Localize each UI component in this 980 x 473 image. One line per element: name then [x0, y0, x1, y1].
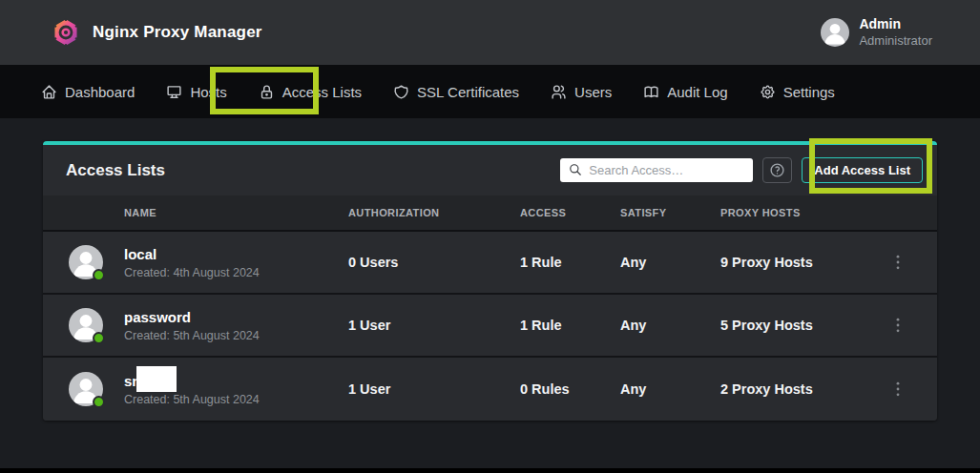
nav-item-audit-log[interactable]: Audit Log [643, 84, 727, 100]
nav-label: Hosts [190, 84, 226, 100]
nav-item-users[interactable]: Users [551, 84, 612, 100]
authorization-value: 0 Users [348, 255, 520, 270]
row-actions-kebab-icon[interactable] [888, 315, 907, 336]
access-value: 1 Rule [520, 255, 620, 270]
home-icon [41, 84, 57, 100]
nav-label: Access Lists [282, 84, 362, 100]
authorization-value: 1 User [348, 381, 520, 397]
shield-icon [393, 84, 409, 100]
proxy-hosts-value: 2 Proxy Hosts [720, 381, 859, 397]
app-window: Nginx Proxy Manager Admin Administrator … [0, 0, 980, 473]
user-name: Admin [859, 16, 932, 33]
main-navigation: Dashboard Hosts Access Lists SSL Certifi… [0, 65, 980, 118]
user-menu[interactable]: Admin Administrator [821, 16, 932, 49]
search-icon [569, 163, 582, 176]
avatar [69, 308, 103, 342]
nav-label: Users [574, 84, 612, 100]
column-header-name: NAME [124, 207, 348, 218]
satisfy-value: Any [620, 255, 720, 270]
nginx-proxy-manager-logo-icon [52, 18, 79, 47]
nav-item-hosts[interactable]: Hosts [166, 84, 226, 100]
nav-label: SSL Certificates [417, 84, 519, 100]
access-value: 1 Rule [520, 318, 620, 333]
satisfy-value: Any [620, 381, 720, 397]
proxy-hosts-value: 9 Proxy Hosts [720, 255, 859, 270]
row-actions-kebab-icon[interactable] [888, 379, 907, 400]
nav-item-access-lists[interactable]: Access Lists [259, 84, 362, 100]
authorization-value: 1 User [348, 318, 520, 333]
panel-header: Access Lists Add Access List [43, 145, 937, 195]
nav-label: Dashboard [65, 84, 135, 100]
lock-icon [259, 84, 275, 100]
users-icon [551, 84, 567, 100]
user-avatar [821, 18, 849, 47]
access-value: 0 Rules [520, 381, 620, 397]
access-lists-panel: Access Lists Add Access List NAME [43, 141, 937, 421]
avatar [69, 245, 103, 279]
access-list-name: local [124, 246, 156, 263]
nav-label: Settings [783, 84, 835, 100]
column-header-proxy-hosts: PROXY HOSTS [720, 207, 859, 218]
status-online-dot [93, 396, 105, 408]
created-date: Created: 5th August 2024 [124, 393, 348, 406]
gear-icon [760, 84, 776, 100]
column-header-satisfy: SATISFY [620, 207, 720, 218]
nav-label: Audit Log [667, 84, 727, 100]
nav-item-dashboard[interactable]: Dashboard [41, 84, 135, 100]
created-date: Created: 4th August 2024 [124, 266, 348, 279]
avatar [69, 372, 103, 406]
search-input[interactable] [560, 158, 753, 182]
access-list-name: password [124, 309, 191, 326]
book-icon [643, 84, 659, 100]
column-header-authorization: AUTHORIZATION [348, 207, 520, 218]
help-circle-icon [769, 162, 785, 178]
user-role: Administrator [859, 33, 932, 49]
created-date: Created: 5th August 2024 [124, 329, 348, 342]
app-title: Nginx Proxy Manager [93, 23, 262, 42]
monitor-icon [166, 84, 182, 100]
proxy-hosts-value: 5 Proxy Hosts [720, 318, 859, 333]
top-header-bar: Nginx Proxy Manager Admin Administrator [0, 0, 980, 65]
help-button[interactable] [762, 157, 792, 183]
search-box [560, 158, 753, 182]
add-access-list-button[interactable]: Add Access List [802, 157, 923, 183]
table-row: sn Created: 5th August 2024 1 User 0 Rul… [43, 358, 937, 421]
status-online-dot [93, 269, 105, 281]
nav-item-settings[interactable]: Settings [760, 84, 835, 100]
table-row: password Created: 5th August 2024 1 User… [43, 295, 937, 358]
redaction-box [136, 366, 177, 392]
status-online-dot [93, 332, 105, 344]
column-header-access: ACCESS [520, 207, 620, 218]
row-actions-kebab-icon[interactable] [888, 252, 907, 273]
nav-item-ssl-certificates[interactable]: SSL Certificates [393, 84, 519, 100]
bottom-edge [0, 468, 980, 473]
page-title: Access Lists [66, 161, 165, 180]
table-row: local Created: 4th August 2024 0 Users 1… [43, 232, 937, 295]
table-header-row: NAME AUTHORIZATION ACCESS SATISFY PROXY … [43, 195, 937, 232]
satisfy-value: Any [620, 318, 720, 333]
